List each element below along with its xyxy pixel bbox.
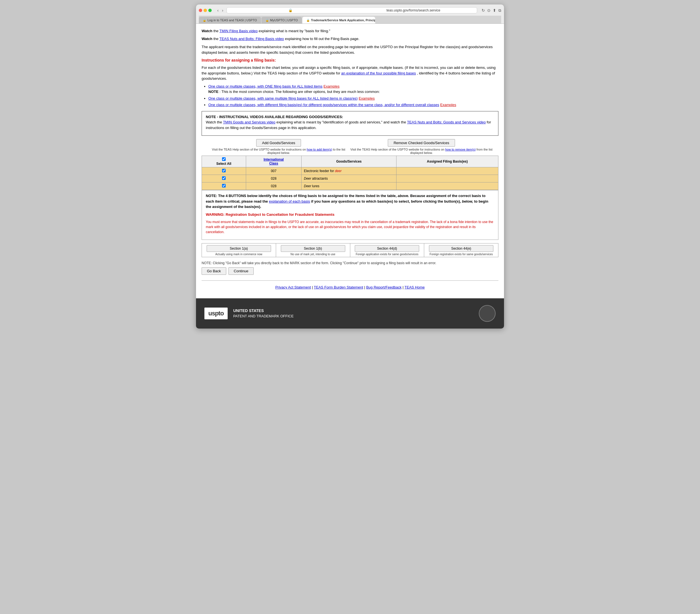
bullet1-note-label: NOTE bbox=[208, 90, 218, 94]
traffic-lights bbox=[199, 9, 212, 12]
bullet3-link[interactable]: One class or multiple classes, with diff… bbox=[208, 103, 439, 107]
section-44d-button[interactable]: Section 44(d) bbox=[355, 245, 419, 252]
goods-services-table: Select All International Class Goods/Ser… bbox=[202, 156, 498, 190]
add-goods-col: Add Goods/Services Visit the TEAS Help s… bbox=[207, 139, 350, 154]
warning-title: WARNING: Registration Subject to Cancell… bbox=[206, 212, 494, 217]
warning-text-body: You must ensure that statements made in … bbox=[206, 219, 494, 234]
int-class-header[interactable]: International Class bbox=[246, 156, 302, 167]
row2-goods: Deer attractants bbox=[302, 175, 397, 182]
watch-line-1: Watch the TMIN Filing Basis video explai… bbox=[202, 28, 498, 34]
row1-goods: Electronic feeder for deer bbox=[302, 167, 397, 175]
table-row: 028 Deer lures bbox=[202, 182, 498, 190]
download-icon[interactable]: ⊙ bbox=[487, 8, 490, 13]
teas-burden-link[interactable]: TEAS Form Burden Statement bbox=[314, 285, 363, 289]
share-icon[interactable]: ⬆ bbox=[493, 8, 496, 13]
section-44e-col: Section 44(e) Foreign registration exist… bbox=[424, 243, 498, 257]
remove-goods-button[interactable]: Remove Checked Goods/Services bbox=[388, 139, 455, 146]
bullet2-link[interactable]: One class or multiple classes, with same… bbox=[208, 96, 358, 101]
row1-checkbox[interactable] bbox=[222, 169, 226, 172]
page-content: Watch the TMIN Filing Basis video explai… bbox=[196, 24, 504, 298]
row2-checkbox-cell bbox=[202, 175, 246, 182]
tab-3[interactable]: 🔒 Trademark/Service Mark Application, Pr… bbox=[302, 17, 375, 24]
section-1b-col: Section 1(b) No use of mark yet, intendi… bbox=[276, 243, 350, 257]
row1-checkbox-cell bbox=[202, 167, 246, 175]
uspto-text: UNITED STATES PATENT AND TRADEMARK OFFIC… bbox=[233, 308, 294, 319]
bullet1-link[interactable]: One class or multiple classes, with ONE … bbox=[208, 84, 323, 88]
row3-assigned bbox=[397, 182, 498, 190]
bullet-1: One class or multiple classes, with ONE … bbox=[208, 84, 498, 94]
bullet3-examples-link[interactable]: Examples bbox=[440, 103, 456, 107]
bullet2-examples-link[interactable]: Examples bbox=[359, 96, 375, 101]
watch-label-2: Watch bbox=[202, 37, 213, 41]
teas-nuts-bolts-gs-link[interactable]: TEAS Nuts and Bolts: Goods and Services … bbox=[407, 120, 486, 124]
select-all-checkbox[interactable] bbox=[222, 157, 226, 161]
privacy-act-link[interactable]: Privacy Act Statement bbox=[275, 285, 311, 289]
row2-assigned bbox=[397, 175, 498, 182]
go-back-button[interactable]: Go Back bbox=[202, 267, 226, 275]
bullet-2: One class or multiple classes, with same… bbox=[208, 96, 498, 101]
tab1-label: Log in to TEAS and TEASI | USPTO bbox=[208, 18, 257, 22]
row3-checkbox[interactable] bbox=[222, 184, 226, 188]
goods-services-note-box: NOTE - INSTRUCTIONAL VIDEOS AVAILABLE RE… bbox=[202, 111, 498, 136]
row2-checkbox[interactable] bbox=[222, 176, 226, 180]
forward-button[interactable]: › bbox=[221, 8, 225, 13]
how-to-remove-link[interactable]: how to remove item(s) bbox=[445, 148, 476, 151]
instructions-para: For each of the goods/services listed in… bbox=[202, 65, 498, 81]
maximize-button[interactable] bbox=[208, 9, 212, 12]
uspto-line1: UNITED STATES bbox=[233, 308, 294, 314]
outer-wrapper: ‹ › 🔒 teas.uspto.gov/forms/search.servic… bbox=[0, 0, 700, 614]
row1-assigned bbox=[397, 167, 498, 175]
new-tab-icon[interactable]: ⧉ bbox=[498, 8, 501, 13]
bullet1-examples-link[interactable]: Examples bbox=[323, 84, 339, 88]
browser-chrome: ‹ › 🔒 teas.uspto.gov/forms/search.servic… bbox=[196, 4, 504, 24]
table-row: 028 Deer attractants bbox=[202, 175, 498, 182]
select-all-label: Select All bbox=[216, 162, 231, 166]
section-44e-button[interactable]: Section 44(e) bbox=[429, 245, 493, 252]
section-44d-desc: Foreign application exists for same good… bbox=[355, 253, 418, 256]
section-1b-desc: No use of mark yet, intending to use bbox=[291, 253, 335, 256]
uspto-line2: PATENT AND TRADEMARK OFFICE bbox=[233, 314, 294, 319]
row2-class: 028 bbox=[246, 175, 302, 182]
continue-button[interactable]: Continue bbox=[228, 267, 254, 275]
add-help-text: Visit the TEAS Help section of the USPTO… bbox=[207, 148, 350, 154]
note-text2: explaining what is meant by "identificat… bbox=[276, 120, 407, 124]
section-1a-button[interactable]: Section 1(a) bbox=[207, 245, 271, 252]
warning-note-text: NOTE: The 4 BUTTONS below identify the c… bbox=[206, 193, 494, 209]
tmin-filing-basis-link[interactable]: TMIN Filing Basis video bbox=[220, 29, 258, 33]
row1-class: 007 bbox=[246, 167, 302, 175]
watch-text-2b: explaining how to fill out the Filing Ba… bbox=[285, 37, 360, 41]
footer-links: Privacy Act Statement | TEAS Form Burden… bbox=[202, 280, 498, 294]
section-1a-desc: Actually using mark in commerce now bbox=[215, 253, 262, 256]
filing-basis-list: One class or multiple classes, with ONE … bbox=[208, 84, 498, 108]
close-button[interactable] bbox=[199, 9, 202, 12]
minimize-button[interactable] bbox=[203, 9, 207, 12]
note-box-content: NOTE - INSTRUCTIONAL VIDEOS AVAILABLE RE… bbox=[206, 114, 494, 131]
add-goods-button[interactable]: Add Goods/Services bbox=[256, 139, 301, 146]
assigned-header: Assigned Filing Basis(es) bbox=[397, 156, 498, 167]
tab-2[interactable]: 🔒 MyUSPTO | USPTO bbox=[262, 17, 302, 24]
instructions-title: Instructions for assigning a filing basi… bbox=[202, 57, 498, 63]
explanation-each-basis-link[interactable]: explanation of each basis bbox=[269, 199, 310, 203]
lock-icon: 🔒 bbox=[229, 9, 351, 12]
teas-home-link[interactable]: TEAS Home bbox=[404, 285, 425, 289]
tab-1[interactable]: 🔒 Log in to TEAS and TEASI | USPTO bbox=[199, 17, 261, 24]
reload-icon[interactable]: ↻ bbox=[482, 8, 485, 13]
browser-window: ‹ › 🔒 teas.uspto.gov/forms/search.servic… bbox=[196, 4, 504, 329]
toolbar-icons: ↻ ⊙ ⬆ ⧉ bbox=[482, 8, 501, 13]
address-bar[interactable]: 🔒 teas.uspto.gov/forms/search.service bbox=[226, 7, 477, 13]
section-buttons-row: Section 1(a) Actually using mark in comm… bbox=[202, 243, 498, 257]
titlebar: ‹ › 🔒 teas.uspto.gov/forms/search.servic… bbox=[199, 7, 501, 13]
remove-help-text: Visit the TEAS Help section of the USPTO… bbox=[350, 148, 493, 154]
tmin-goods-services-link[interactable]: TMIN Goods and Services video bbox=[223, 120, 275, 124]
back-button[interactable]: ‹ bbox=[216, 8, 220, 13]
row3-class: 028 bbox=[246, 182, 302, 190]
nav-buttons: ‹ › bbox=[216, 8, 224, 13]
how-to-add-link[interactable]: how to add item(s) bbox=[307, 148, 332, 151]
row3-checkbox-cell bbox=[202, 182, 246, 190]
teas-nuts-bolts-link[interactable]: TEAS Nuts and Bolts: Filing Basis video bbox=[220, 37, 284, 41]
four-filing-bases-link[interactable]: an explanation of the four possible fili… bbox=[341, 71, 416, 75]
uspto-seal bbox=[479, 305, 496, 322]
section-1b-button[interactable]: Section 1(b) bbox=[281, 245, 345, 252]
bug-report-link[interactable]: Bug Report/Feedback bbox=[366, 285, 401, 289]
note-watch: Watch the bbox=[206, 120, 223, 124]
